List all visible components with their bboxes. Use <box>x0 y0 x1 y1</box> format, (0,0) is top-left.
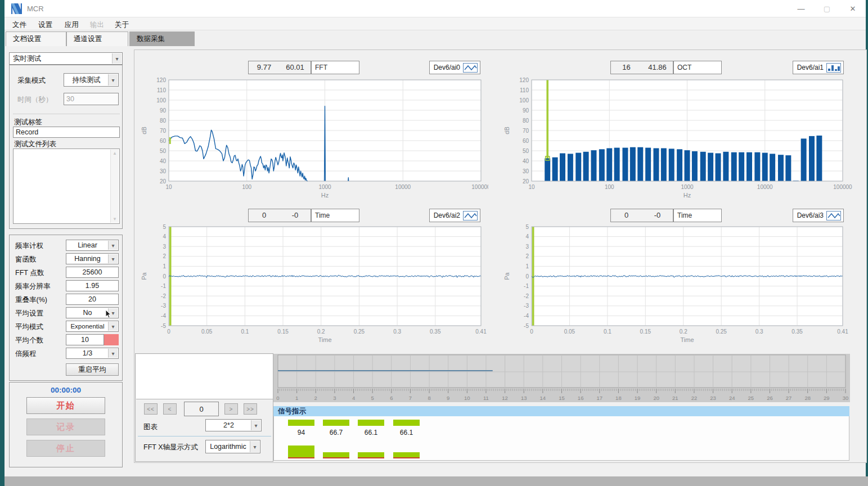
svg-text:14: 14 <box>540 395 546 401</box>
octave-select[interactable]: 1/3▾ <box>66 348 119 359</box>
svg-text:23: 23 <box>710 395 716 401</box>
svg-text:0: 0 <box>167 328 170 335</box>
window-function-select[interactable]: Hanning▾ <box>66 253 119 264</box>
level-bar <box>288 420 314 426</box>
level-value: 66.1 <box>358 429 384 436</box>
svg-text:50: 50 <box>523 148 529 154</box>
menu-file[interactable]: 文件 <box>9 19 30 31</box>
param-label: 频率计权 <box>15 241 43 251</box>
chart-layout-select[interactable]: 2*2▾ <box>205 419 262 431</box>
svg-text:Hz: Hz <box>683 192 691 199</box>
svg-text:30: 30 <box>160 168 167 174</box>
scrollbar[interactable]: ▲ ▼ <box>110 150 119 223</box>
test-tag-input[interactable]: Record <box>13 127 120 138</box>
maximize-button[interactable]: ▢ <box>814 0 840 17</box>
time-input: 30 <box>64 93 119 105</box>
svg-text:13: 13 <box>521 395 527 401</box>
nav-next-button[interactable]: > <box>224 403 238 415</box>
svg-text:60: 60 <box>523 138 529 144</box>
svg-text:21: 21 <box>672 395 678 401</box>
time-plot-ai2[interactable]: -5-4-3-2-101234500.050.10.150.20.250.30.… <box>133 224 488 345</box>
fft-plot[interactable]: 2030405060708090100110120101001000100001… <box>133 76 488 199</box>
channel-label: Dev6/ai1 <box>797 64 824 71</box>
freq-weighting-select[interactable]: Linear▾ <box>66 240 119 251</box>
nav-first-button[interactable]: << <box>144 403 158 415</box>
fft-type-box: FFT <box>311 61 359 74</box>
param-label: 重叠率(%) <box>15 295 47 305</box>
mouse-cursor <box>105 310 113 319</box>
param-label: 窗函数 <box>15 255 37 264</box>
svg-text:100: 100 <box>156 97 166 104</box>
cursor-y-value: -0 <box>642 209 673 222</box>
start-button[interactable]: 开始 <box>26 397 105 414</box>
svg-text:4: 4 <box>525 233 529 240</box>
svg-text:dB: dB <box>141 127 147 134</box>
svg-text:1000: 1000 <box>681 184 694 190</box>
svg-text:29: 29 <box>824 395 830 401</box>
svg-text:-4: -4 <box>161 313 166 319</box>
nav-prev-button[interactable]: < <box>163 403 177 415</box>
average-mode-select[interactable]: Exponential▾ <box>66 321 119 332</box>
close-button[interactable]: ✕ <box>840 0 866 17</box>
svg-text:100000: 100000 <box>471 184 488 190</box>
level-value: 66.7 <box>323 429 349 436</box>
svg-text:40: 40 <box>160 158 167 164</box>
title-bar: MCR — ▢ ✕ <box>5 0 866 17</box>
freq-resolution-input[interactable]: 1.95 <box>66 280 119 291</box>
svg-text:0.35: 0.35 <box>430 328 441 335</box>
mcr-application: MCR — ▢ ✕ 文件 设置 应用 输出 关于 文档设置 通道设置 数据采集 … <box>0 0 868 486</box>
time-channel-box-ai3[interactable]: Dev6/ai3 <box>793 209 844 222</box>
time-plot-ai3[interactable]: -5-4-3-2-101234500.050.10.150.20.250.30.… <box>493 224 862 345</box>
level-bar <box>358 420 384 426</box>
svg-text:110: 110 <box>520 87 529 93</box>
svg-text:16: 16 <box>578 395 584 401</box>
scroll-down-icon[interactable]: ▼ <box>111 217 119 222</box>
svg-text:6: 6 <box>390 395 393 401</box>
minimize-button[interactable]: — <box>788 0 814 17</box>
level-bar <box>393 420 420 426</box>
average-count-input[interactable]: 10 <box>66 334 104 345</box>
menu-about[interactable]: 关于 <box>111 19 132 31</box>
tab-data-acquisition[interactable]: 数据采集 <box>129 32 195 46</box>
menu-bar: 文件 设置 应用 输出 关于 <box>5 17 866 30</box>
svg-text:15: 15 <box>559 395 565 401</box>
fft-channel-box[interactable]: Dev6/ai0 <box>429 61 480 74</box>
channel-label: Dev6/ai0 <box>434 64 460 71</box>
channel-label: Dev6/ai2 <box>434 212 460 219</box>
svg-text:0: 0 <box>163 273 166 280</box>
oct-plot[interactable]: 2030405060708090100110120101001000100001… <box>493 76 862 199</box>
chevron-down-icon: ▾ <box>112 53 122 64</box>
svg-text:70: 70 <box>160 128 167 134</box>
run-control-groupbox: 00:00:00 开始 记录 停止 <box>9 382 123 467</box>
fft-points-input[interactable]: 25600 <box>66 267 119 278</box>
svg-text:Time: Time <box>318 336 331 343</box>
time-channel-box-ai2[interactable]: Dev6/ai2 <box>429 209 480 222</box>
overlap-input[interactable]: 20 <box>66 294 119 305</box>
acq-mode-select[interactable]: 持续测试 ▾ <box>64 73 119 87</box>
window-title: MCR <box>27 4 44 13</box>
chevron-down-icon: ▾ <box>251 420 260 430</box>
test-mode-select[interactable]: 实时测试 ▾ <box>9 52 123 65</box>
time-chart-panel-ai3: 0 -0 Time Dev6/ai3 -5-4-3-2-101234500.05… <box>493 200 862 347</box>
svg-text:100: 100 <box>605 184 614 190</box>
svg-text:-3: -3 <box>161 303 166 309</box>
tab-channel-settings[interactable]: 通道设置 <box>66 32 128 46</box>
record-timeline[interactable]: 0123456789101112131415161718192021222324… <box>273 354 850 402</box>
svg-text:-5: -5 <box>524 323 529 329</box>
svg-text:0.25: 0.25 <box>716 328 727 335</box>
tab-document-settings[interactable]: 文档设置 <box>6 32 66 46</box>
file-listbox[interactable]: ▲ ▼ <box>13 148 120 224</box>
scroll-up-icon[interactable]: ▲ <box>111 151 119 156</box>
menu-apply[interactable]: 应用 <box>61 19 82 31</box>
nav-last-button[interactable]: >> <box>244 403 257 415</box>
svg-text:0.1: 0.1 <box>604 328 611 335</box>
menu-settings[interactable]: 设置 <box>35 19 56 31</box>
svg-text:8: 8 <box>428 395 430 401</box>
svg-text:10: 10 <box>528 184 535 190</box>
oct-channel-box[interactable]: Dev6/ai1 <box>793 61 844 74</box>
svg-text:0.05: 0.05 <box>201 328 213 335</box>
acq-mode-label: 采集模式 <box>17 76 46 86</box>
restart-average-button[interactable]: 重启平均 <box>66 363 119 376</box>
nav-index-display[interactable]: 0 <box>184 402 219 416</box>
fft-axis-mode-select[interactable]: Logarithmic▾ <box>205 440 260 453</box>
